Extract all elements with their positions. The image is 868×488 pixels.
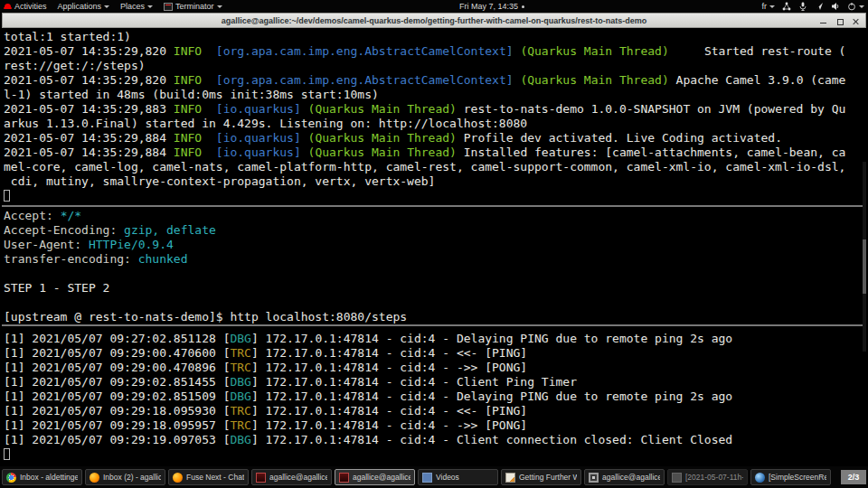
terminal-text: chunked: [138, 252, 188, 266]
keyboard-layout-indicator[interactable]: fr: [761, 2, 775, 11]
window-title: agallice@agallice:~/dev/demos/camel-quar…: [3, 16, 865, 25]
terminal-line: 2021-05-07 14:35:29,820 INFO [org.apa.ca…: [4, 73, 866, 88]
terminal-text: ] 172.17.0.1:47814 - cid:4 - <<- [PING]: [251, 346, 527, 360]
terminal-text: DBG: [230, 433, 250, 446]
taskbar-item[interactable]: Inbox (2) - agallice@r...: [85, 469, 165, 485]
maximize-button[interactable]: [835, 17, 844, 25]
terminal-text: ] 172.17.0.1:47814 - cid:4 - Delaying PI…: [251, 389, 732, 403]
firefox-icon: [173, 473, 183, 483]
terminal-text: mel-core, camel-log, camel-nats, camel-p…: [4, 160, 845, 174]
terminator-icon: [164, 3, 173, 11]
terminal-body[interactable]: total:1 started:1)2021-05-07 14:35:29,82…: [2, 28, 866, 463]
taskbar-item-label: Inbox (2) - agallice@r...: [103, 473, 161, 482]
terminal-text: Accept-Encoding:: [4, 223, 124, 237]
terminal-text: (Quarkus Main Thread): [520, 73, 668, 87]
workspace-pager[interactable]: 2/3: [841, 470, 866, 484]
scrollbar-thumb[interactable]: [863, 239, 866, 294]
terminal-text: l-1) started in 48ms (build:0ms init:38m…: [4, 88, 379, 101]
quarkus-log-pane[interactable]: total:1 started:1)2021-05-07 14:35:29,82…: [2, 28, 866, 205]
terminal-text: Accept:: [4, 209, 61, 222]
clock[interactable]: Fri May 7, 14:35: [459, 2, 524, 11]
terminal-text: */*: [61, 209, 81, 222]
terminal-text: cdi, mutiny, smallrye-context-propagatio…: [4, 174, 435, 188]
terminal-text: [1] 2021/05/07 09:29:00.470896 [: [4, 361, 230, 374]
terminal-line: l-1) started in 48ms (build:0ms init:38m…: [4, 88, 866, 102]
taskbar-item-label: [2021-05-07-11h-Ge...: [685, 473, 743, 482]
places-menu[interactable]: Places: [120, 2, 153, 11]
terminal-text: Apache Camel 3.9.0 (came: [669, 73, 846, 87]
system-menu[interactable]: [847, 2, 864, 11]
taskbar-item[interactable]: agallice@agallice:~/d...: [251, 469, 332, 485]
notification-dot-icon: [522, 5, 524, 8]
terminal-text: [org.apa.cam.imp.eng.AbstractCamelContex…: [216, 73, 514, 87]
terminal-line: [upstream @ rest-to-nats-demo]$ http loc…: [4, 310, 866, 324]
terminal-line: [1] 2021/05/07 09:29:00.470600 [TRC] 172…: [4, 346, 866, 361]
terminal-text: [io.quarkus]: [216, 102, 301, 116]
taskbar-item[interactable]: agallice@agallice:~/d...: [584, 469, 665, 485]
terminal-text: TRC: [230, 404, 250, 418]
terminator-app-menu[interactable]: Terminator: [164, 2, 222, 11]
terminal-cursor: [4, 448, 10, 460]
http-output-pane[interactable]: Accept: */*Accept-Encoding: gzip, deflat…: [2, 207, 866, 324]
nats-log-pane[interactable]: [1] 2021/05/07 09:27:02.851128 [DBG] 172…: [2, 326, 866, 462]
terminal-line: [1] 2021/05/07 09:27:02.851128 [DBG] 172…: [4, 332, 866, 346]
terminal-text: DBG: [230, 389, 250, 403]
terminal-text: 2021-05-07 14:35:29,884: [4, 145, 174, 159]
taskbar-item-label: Inbox - aldettinger@...: [20, 473, 78, 482]
terminal-line: [1] 2021/05/07 09:29:02.851509 [DBG] 172…: [4, 389, 866, 404]
terminal-text: TRC: [230, 418, 250, 432]
chevron-down-icon: [769, 5, 775, 8]
terminal-text: [1] 2021/05/07 09:27:02.851128 [: [4, 332, 230, 345]
applications-menu[interactable]: Applications: [58, 2, 110, 11]
terminal-text: gzip, deflate: [124, 223, 216, 237]
close-button[interactable]: [852, 17, 860, 25]
terminal-text: DBG: [230, 375, 250, 389]
terminal-text: [1] 2021/05/07 09:29:18.095930 [: [4, 404, 230, 418]
terminal-text: ] 172.17.0.1:47814 - cid:4 - Client Ping…: [251, 375, 577, 389]
taskbar-item[interactable]: [SimpleScreenRecord...: [750, 469, 831, 485]
terminal-line: [1] 2021/05/07 09:29:02.851455 [DBG] 172…: [4, 375, 866, 389]
terminator-red-icon: [256, 473, 266, 483]
taskbar-item[interactable]: [2021-05-07-11h-Ge...: [667, 469, 748, 485]
terminal-text: [upstream @ rest-to-nats-demo]$ http loc…: [4, 310, 407, 324]
places-label: Places: [120, 2, 145, 11]
terminal-text: [202, 131, 216, 145]
terminal-text: [1] 2021/05/07 09:29:19.097053 [: [4, 433, 230, 446]
terminal-cursor: [4, 190, 10, 202]
terminal-text: [1] 2021/05/07 09:29:02.851509 [: [4, 389, 230, 403]
terminal-text: total:1 started:1): [4, 30, 131, 43]
activities-button[interactable]: Activities: [4, 2, 47, 11]
taskbar-item-label: Videos: [436, 473, 459, 482]
activities-label: Activities: [14, 2, 47, 11]
taskbar-item[interactable]: Inbox - aldettinger@...: [2, 469, 82, 485]
taskbar-item-label: agallice@agallice:~/d...: [269, 473, 327, 482]
taskbar-item-label: agallice@agallice:~/d...: [602, 473, 660, 482]
taskbar-item[interactable]: Fuse Next - Chat - M...: [168, 469, 249, 485]
terminal-line: arkus 1.13.0.Final) started in 4.429s. L…: [4, 117, 866, 131]
terminal-text: (Quarkus Main Thread): [308, 131, 457, 145]
taskbar-item[interactable]: Videos: [418, 469, 498, 485]
terminator-label: Terminator: [175, 2, 214, 11]
terminal-line: total:1 started:1): [4, 30, 866, 44]
chevron-down-icon: [217, 5, 222, 8]
terminal-text: [1] 2021/05/07 09:29:02.851455 [: [4, 375, 230, 389]
terminal-text: ] 172.17.0.1:47814 - cid:4 - Delaying PI…: [251, 332, 732, 345]
taskbar-item[interactable]: Getting Further With...: [501, 469, 581, 485]
terminal-text: [io.quarkus]: [216, 131, 301, 145]
terminal-text: arkus 1.13.0.Final) started in 4.429s. L…: [4, 117, 527, 130]
airplane-mode-icon: [815, 2, 824, 11]
scrollbar[interactable]: [863, 162, 866, 352]
recorder-icon: [755, 473, 765, 483]
terminal-text: INFO: [174, 145, 202, 159]
top-bar: Activities Applications Places Terminato…: [0, 0, 868, 13]
terminal-line: cdi, mutiny, smallrye-context-propagatio…: [4, 174, 866, 189]
terminal-text: (Quarkus Main Thread): [308, 102, 457, 116]
terminal-line: 2021-05-07 14:35:29,884 INFO [io.quarkus…: [4, 131, 866, 145]
terminal-text: 2021-05-07 14:35:29,883: [4, 102, 174, 116]
taskbar-item[interactable]: agallice@agallice:~/d...: [335, 469, 415, 485]
window-titlebar[interactable]: agallice@agallice:~/dev/demos/camel-quar…: [2, 13, 866, 28]
terminal-text: (Quarkus Main Thread): [308, 145, 457, 159]
terminal-text: rest://get:/:/steps): [4, 59, 146, 72]
minimize-button[interactable]: [819, 17, 827, 25]
terminal-text: INFO: [174, 44, 202, 58]
